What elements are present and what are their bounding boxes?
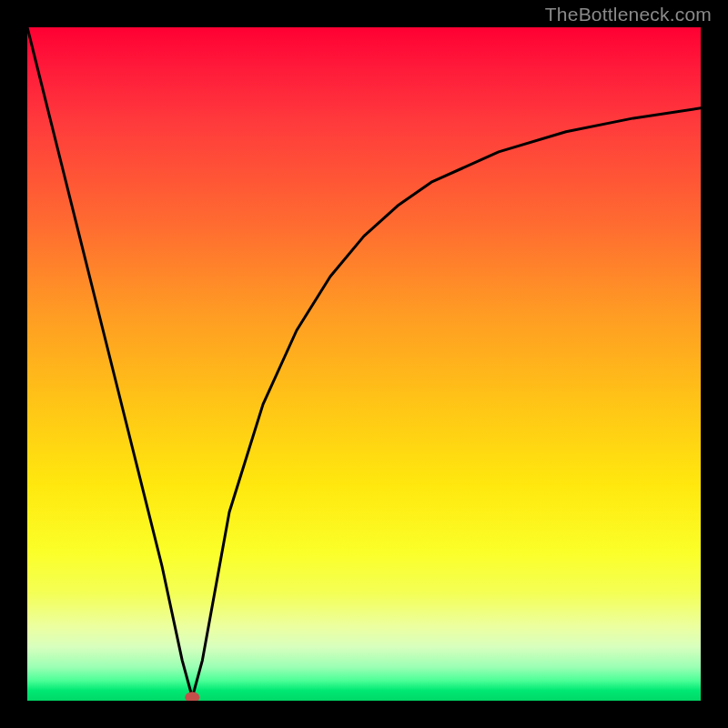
bottleneck-curve bbox=[27, 27, 701, 697]
plot-area bbox=[27, 27, 701, 701]
chart-frame: TheBottleneck.com bbox=[0, 0, 728, 728]
minimum-marker bbox=[185, 692, 199, 701]
watermark-text: TheBottleneck.com bbox=[545, 4, 712, 25]
curve-layer bbox=[27, 27, 701, 701]
